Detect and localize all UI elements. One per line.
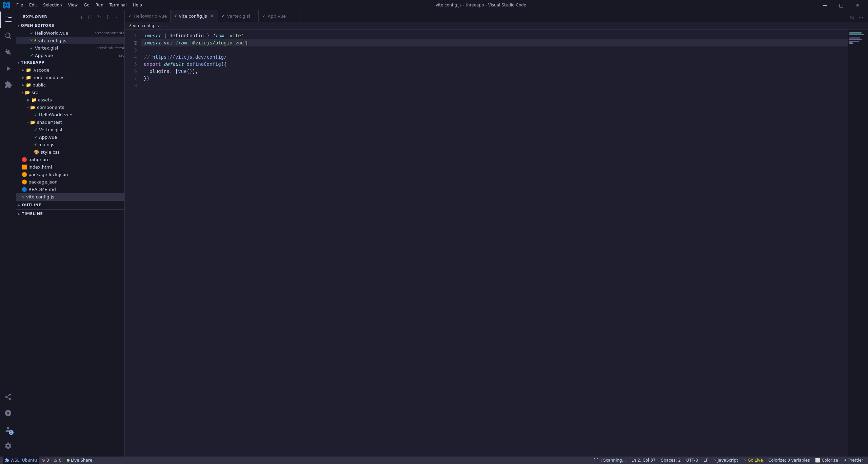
- project-header[interactable]: ▾ THREEAPP: [16, 59, 124, 66]
- activity-search[interactable]: [0, 28, 16, 44]
- menu-go[interactable]: Go: [81, 2, 92, 8]
- split-editor-button[interactable]: ⧉: [848, 13, 856, 22]
- status-colorize-vars[interactable]: Colorize: 0 variables: [766, 457, 812, 464]
- folder-assets[interactable]: ▶ 📁 assets: [16, 96, 124, 103]
- activity-explorer[interactable]: [0, 12, 16, 28]
- folder-public[interactable]: ▶ 📁 public: [16, 81, 124, 89]
- packagelock-icon: 🟠: [22, 172, 27, 177]
- code-editor[interactable]: 1 2 3 4 5 6 7 8 import { defineConfig } …: [125, 30, 868, 457]
- tab-appvue[interactable]: ✓ App.vue: [259, 10, 299, 22]
- open-editors-header[interactable]: ▾ OPEN EDITORS: [16, 22, 124, 29]
- menu-view[interactable]: View: [65, 2, 80, 8]
- file-appvue[interactable]: ✓ App.vue: [16, 133, 124, 141]
- tab-viteconfig[interactable]: ⚡ vite.config.js ✕: [171, 10, 218, 22]
- status-colorize[interactable]: ⬜ Colorize: [813, 457, 840, 464]
- vscode-logo: [3, 1, 10, 9]
- open-editor-vertex[interactable]: ✓ Vertex.glsl src\shader\test: [16, 44, 124, 52]
- file-readme[interactable]: 🔵 README.md: [16, 186, 124, 193]
- more-tabs-button[interactable]: ⋯: [856, 13, 865, 22]
- folder-shader-chevron: ▾: [27, 120, 29, 124]
- status-spaces[interactable]: Spaces: 2: [659, 457, 683, 464]
- status-errors[interactable]: ⊘ 0: [40, 457, 51, 464]
- status-encoding[interactable]: UTF-8: [684, 457, 700, 464]
- line-num-5: 5: [125, 61, 137, 68]
- open-editor-viteconfig[interactable]: ✕ ⚡ vite.config.js: [16, 37, 124, 44]
- status-prettier[interactable]: ✦ Prettier: [842, 457, 865, 464]
- tab-helloworld[interactable]: ✓ HelloWorld.vue: [125, 10, 171, 22]
- folder-node-modules[interactable]: ▶ 📁 node_modules: [16, 74, 124, 81]
- breadcrumb-file[interactable]: vite.config.js: [133, 23, 159, 28]
- activity-liveshare[interactable]: [0, 389, 16, 405]
- more-actions-button[interactable]: ⋯: [113, 13, 120, 21]
- file-stylecss-name: style.css: [41, 150, 124, 155]
- code-line-2: import vue from '@vitejs/plugin-vue': [141, 39, 848, 46]
- code-content[interactable]: import { defineConfig } from 'vite' impo…: [141, 30, 848, 457]
- activity-remote[interactable]: [0, 405, 16, 421]
- activity-git[interactable]: [0, 44, 16, 60]
- timeline-header[interactable]: ▶ TIMELINE: [16, 210, 124, 217]
- menu-help[interactable]: Help: [130, 2, 145, 8]
- outline-header[interactable]: ▶ OUTLINE: [16, 201, 124, 209]
- status-scanning[interactable]: { } : Scanning...: [591, 457, 628, 464]
- outline-chevron: ▶: [18, 203, 20, 207]
- collapse-button[interactable]: ↕: [104, 13, 112, 21]
- status-position[interactable]: Ln 2, Col 37: [629, 457, 658, 464]
- vue-icon: ✓: [30, 31, 34, 36]
- minimap-line-4: [849, 37, 860, 39]
- new-folder-button[interactable]: □: [86, 13, 94, 21]
- file-mainjs[interactable]: ⚡ main.js: [16, 141, 124, 148]
- activity-bar-bottom: 1: [0, 389, 16, 457]
- status-golive[interactable]: ⚡ Go Live: [742, 457, 765, 464]
- tab-vertex[interactable]: ✓ Vertex.glsl: [218, 10, 259, 22]
- glsl-icon: ✓: [30, 45, 34, 51]
- folder-shader[interactable]: ▾ 📂 shader\test: [16, 118, 124, 126]
- file-viteconfig[interactable]: ⚡ vite.config.js: [16, 193, 124, 200]
- status-warnings[interactable]: ⚠ 0: [52, 457, 63, 464]
- folder-src[interactable]: ▾ 📂 src: [16, 89, 124, 96]
- folder-shader-name: shader\test: [37, 120, 124, 125]
- line-num-7: 7: [125, 75, 137, 82]
- status-liveshare[interactable]: Live Share: [64, 457, 95, 464]
- folder-components[interactable]: ▾ 📂 components: [16, 103, 124, 111]
- open-editor-helloworld[interactable]: ✓ HelloWorld.vue src\components: [16, 29, 124, 37]
- status-language[interactable]: ⚡ JavaScript: [711, 457, 740, 464]
- breadcrumb-more[interactable]: ...: [163, 23, 167, 28]
- close-viteconfig-icon[interactable]: ✕: [30, 38, 33, 43]
- folder-components-chevron: ▾: [27, 105, 29, 109]
- folder-vscode-chevron: ▶: [22, 68, 24, 72]
- menu-file[interactable]: File: [14, 2, 26, 8]
- helloworld-icon: ✓: [34, 112, 38, 117]
- folder-public-name: public: [33, 82, 124, 88]
- line-num-3: 3: [125, 46, 137, 54]
- status-error-count: 0: [46, 458, 49, 463]
- file-indexhtml[interactable]: 🟧 index.html: [16, 163, 124, 171]
- maximize-button[interactable]: □: [833, 0, 849, 10]
- file-helloworld[interactable]: ✓ HelloWorld.vue: [16, 111, 124, 118]
- activity-settings[interactable]: [0, 438, 16, 454]
- line-num-8: 8: [125, 82, 137, 89]
- file-vertex[interactable]: ✓ Vertex.glsl: [16, 126, 124, 133]
- new-file-button[interactable]: +: [78, 13, 85, 21]
- file-packagelock[interactable]: 🟠 package-lock.json: [16, 171, 124, 178]
- refresh-button[interactable]: ↻: [95, 13, 103, 21]
- folder-vscode[interactable]: ▶ 📁 .vscode: [16, 66, 124, 74]
- activity-accounts[interactable]: 1: [0, 421, 16, 438]
- status-remote[interactable]: WSL: Ubuntu: [3, 457, 39, 464]
- tab-close-viteconfig[interactable]: ✕: [209, 13, 215, 19]
- menu-edit[interactable]: Edit: [26, 2, 40, 8]
- open-editor-app[interactable]: ✓ App.vue src: [16, 52, 124, 59]
- packagejson-icon: 🟠: [22, 179, 27, 185]
- timeline-section: ▶ TIMELINE: [16, 209, 124, 218]
- menu-run[interactable]: Run: [93, 2, 106, 8]
- minimize-button[interactable]: —: [817, 0, 833, 10]
- file-gitignore[interactable]: 🔴 .gitignore: [16, 156, 124, 163]
- file-stylecss[interactable]: 🎨 style.css: [16, 148, 124, 156]
- menu-terminal[interactable]: Terminal: [107, 2, 130, 8]
- file-packagejson[interactable]: 🟠 package.json: [16, 178, 124, 186]
- activity-extensions[interactable]: [0, 77, 16, 93]
- menu-selection[interactable]: Selection: [40, 2, 64, 8]
- status-remote-label: WSL: Ubuntu: [11, 458, 37, 463]
- status-eol[interactable]: LF: [702, 457, 710, 464]
- close-button[interactable]: ✕: [850, 0, 865, 10]
- activity-debug[interactable]: [0, 60, 16, 77]
